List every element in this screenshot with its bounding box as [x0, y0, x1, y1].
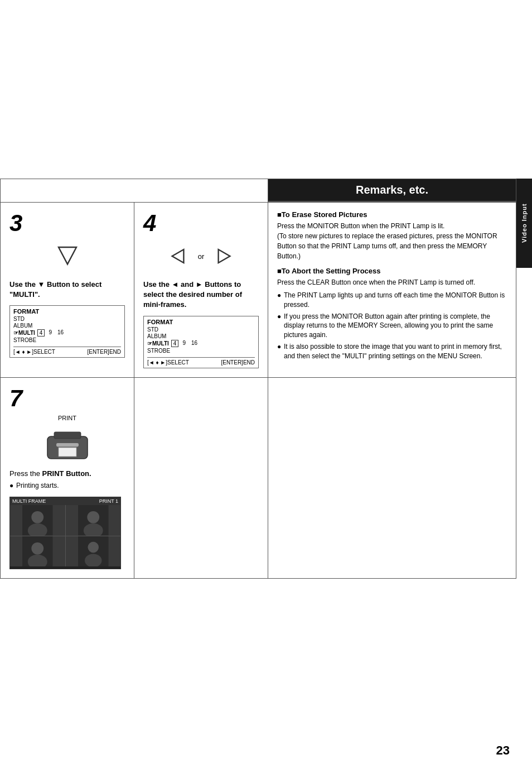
step7-main-label: Press the PRINT Button.: [9, 469, 125, 478]
frame-cell-1: [10, 505, 65, 536]
frame2-icon: [66, 505, 121, 536]
step7-bullet-text: Printing starts.: [16, 481, 59, 491]
step4-col: 4 or Use the ◄ and ► Buttons to select t…: [134, 203, 268, 377]
frame-cell-2: [66, 505, 121, 536]
step7-bullet-dot: ●: [9, 481, 14, 491]
step3-format-strobe: STROBE: [13, 337, 121, 343]
frame1-icon: [10, 505, 65, 536]
step4-format-multi: ☞MULTI 4 9 16: [147, 340, 255, 347]
multiframe-top-right: PRINT 1: [99, 498, 118, 504]
svg-rect-4: [56, 443, 79, 446]
remarks-body2: Press the CLEAR Button once when the PRI…: [277, 277, 507, 287]
step3-icon-area: [9, 239, 125, 273]
bullet1-dot: ●: [277, 291, 282, 310]
multiframe-header: MULTI FRAME PRINT 1: [10, 497, 120, 505]
print-button-icon: [45, 426, 90, 465]
bullet2-dot: ●: [277, 312, 282, 340]
step-col-empty: [134, 378, 268, 579]
remarks-body1: Press the MONITOR Button when the PRINT …: [277, 221, 507, 261]
print-label: PRINT: [9, 415, 125, 421]
bullet3-dot: ●: [277, 342, 282, 361]
left-arrow-icon: [167, 245, 189, 267]
remarks-title2: ■To Abort the Setting Process: [277, 267, 507, 275]
arrow-down-icon: [54, 243, 81, 270]
step4-label: Use the ◄ and ► Buttons to select the de…: [143, 280, 259, 310]
main-content: Remarks, etc. 3 Use the ▼ Button to sele…: [0, 179, 516, 579]
step3-format-title: FORMAT: [13, 308, 121, 315]
step3-number: 3: [9, 212, 125, 235]
step3-format-multi: ☞MULTI 4 9 16: [13, 329, 121, 337]
step3-format-album: ALBUM: [13, 323, 121, 329]
step4-format-strobe: STROBE: [147, 348, 255, 354]
step-col-empty-right: [268, 378, 516, 579]
svg-point-17: [88, 542, 99, 553]
step7-number: 7: [9, 387, 125, 410]
svg-point-18: [84, 554, 101, 566]
step4-format-box: FORMAT STD ALBUM ☞MULTI 4 9 16 STROBE [◄…: [143, 316, 259, 368]
frame-cell-4: [66, 536, 121, 567]
step3-format-bottom: [◄ ♦ ►]SELECT [ENTER]END: [13, 347, 121, 355]
step4-format-album: ALBUM: [147, 333, 255, 339]
step4-format-title: FORMAT: [147, 319, 255, 325]
step4-format-bottom: [◄ ♦ ►]SELECT [ENTER]END: [147, 357, 255, 366]
svg-point-14: [31, 542, 43, 555]
bullet1: ● The PRINT Lamp lights up and turns off…: [277, 291, 507, 310]
top-row: 3 Use the ▼ Button to select "MULTI". FO…: [1, 203, 516, 378]
step3-label: Use the ▼ Button to select "MULTI".: [9, 280, 125, 300]
multiframe-preview: MULTI FRAME PRINT 1: [9, 497, 121, 569]
svg-point-8: [31, 511, 43, 523]
remarks-col: ■To Erase Stored Pictures Press the MONI…: [268, 203, 516, 377]
step4-enter-label: [ENTER]END: [221, 359, 255, 366]
step4-number: 4: [143, 212, 259, 235]
frame3-icon: [10, 536, 65, 567]
step4-format-std: STD: [147, 326, 255, 333]
bullet1-text: The PRINT Lamp lights up and turns off e…: [284, 291, 507, 310]
step3-format-std: STD: [13, 316, 121, 322]
svg-point-11: [87, 511, 99, 523]
multiframe-grid: [10, 505, 120, 566]
bullet2-text: If you press the MONITOR Button again af…: [284, 312, 507, 340]
step3-col: 3 Use the ▼ Button to select "MULTI". FO…: [1, 203, 134, 377]
right-arrow-icon: [213, 245, 235, 267]
svg-rect-6: [54, 432, 81, 439]
bullet3: ● It is also possible to store the image…: [277, 342, 507, 361]
bullet2: ● If you press the MONITOR Button again …: [277, 312, 507, 340]
bullet3-text: It is also possible to store the image t…: [284, 342, 507, 361]
sidebar-tab: Video Input: [516, 179, 532, 268]
step3-select-label: [◄ ♦ ►]SELECT: [13, 349, 55, 355]
page-number: 23: [496, 743, 510, 758]
step3-format-box: FORMAT STD ALBUM ☞MULTI 4 9 16 STROBE [◄…: [9, 305, 125, 358]
step7-col: 7 PRINT Press the PRINT Button.: [1, 378, 134, 579]
remarks-header: Remarks, etc.: [268, 179, 516, 202]
step4-select-label: [◄ ♦ ►]SELECT: [147, 359, 189, 366]
page-container: Video Input Remarks, etc. 3 Use the ▼ Bu…: [0, 0, 532, 769]
svg-marker-2: [219, 249, 230, 263]
svg-rect-5: [59, 448, 76, 456]
step4-icon-area: or: [143, 239, 259, 273]
multiframe-top-left: MULTI FRAME: [12, 498, 46, 504]
frame-cell-3: [10, 536, 65, 567]
remarks-title1: ■To Erase Stored Pictures: [277, 210, 507, 219]
or-text: or: [198, 252, 205, 261]
step3-enter-label: [ENTER]END: [87, 349, 121, 355]
frame4-icon: [66, 536, 121, 567]
svg-marker-0: [59, 247, 76, 264]
bottom-row: 7 PRINT Press the PRINT Button.: [1, 378, 516, 579]
step7-bullet: ● Printing starts.: [9, 481, 125, 491]
svg-marker-1: [172, 249, 183, 263]
